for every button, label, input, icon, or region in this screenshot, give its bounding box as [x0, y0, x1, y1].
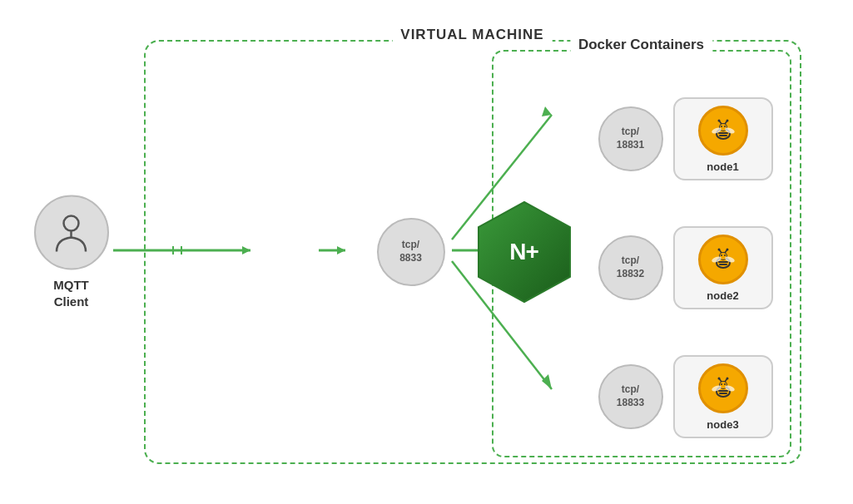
svg-point-36 — [721, 254, 722, 256]
svg-point-57 — [64, 215, 79, 230]
bee-svg-3 — [708, 373, 738, 403]
bee-svg-2 — [708, 245, 738, 274]
svg-point-41 — [726, 248, 728, 250]
svg-point-26 — [717, 119, 720, 121]
svg-rect-30 — [718, 261, 728, 263]
svg-point-23 — [724, 126, 726, 127]
tcp-18832-circle: tcp/18832 — [598, 235, 663, 300]
svg-point-54 — [717, 377, 720, 379]
node1-bee-icon — [698, 106, 748, 156]
node3-label: node3 — [707, 418, 738, 431]
node-row-3: tcp/18833 — [598, 355, 773, 438]
svg-rect-17 — [719, 135, 727, 136]
svg-rect-44 — [718, 390, 728, 392]
mqtt-client: MQTTClient — [34, 195, 109, 309]
node-row-1: tcp/18831 — [598, 97, 773, 180]
node3-card: node3 — [673, 355, 773, 438]
node2-label: node2 — [707, 289, 738, 302]
svg-point-50 — [721, 383, 722, 385]
person-icon-circle — [34, 195, 109, 270]
node2-card: node2 — [673, 226, 773, 309]
tcp-18831-circle: tcp/18831 — [598, 106, 663, 171]
svg-point-37 — [724, 254, 726, 256]
tcp-18832-text: tcp/18832 — [617, 254, 644, 280]
diagram-container: VIRTUAL MACHINE Docker Containers tcp/18… — [19, 15, 835, 489]
svg-rect-16 — [718, 132, 728, 134]
svg-point-22 — [721, 126, 722, 127]
node1-card: node1 — [673, 97, 773, 180]
node3-bee-icon — [698, 363, 748, 413]
tcp-8833-text: tcp/8833 — [399, 239, 422, 264]
person-icon-svg — [48, 210, 94, 255]
tcp-18833-circle: tcp/18833 — [598, 364, 663, 429]
svg-point-55 — [726, 377, 728, 379]
vm-label: VIRTUAL MACHINE — [392, 27, 552, 43]
mqtt-client-label: MQTTClient — [53, 277, 89, 309]
vm-box: VIRTUAL MACHINE Docker Containers tcp/18… — [144, 40, 801, 464]
svg-point-51 — [724, 383, 726, 385]
svg-point-40 — [717, 248, 720, 250]
svg-point-27 — [726, 119, 728, 121]
svg-rect-31 — [719, 264, 727, 265]
node2-bee-icon — [698, 235, 748, 284]
nginx-plus-hex: N+ — [470, 198, 578, 306]
nginx-plus-text: N+ — [509, 239, 538, 265]
node-row-2: tcp/18832 — [598, 226, 773, 309]
node1-label: node1 — [707, 161, 738, 173]
svg-rect-45 — [719, 393, 727, 394]
docker-label: Docker Containers — [570, 37, 712, 53]
tcp-18833-text: tcp/18833 — [617, 383, 644, 409]
tcp-18831-text: tcp/18831 — [617, 126, 644, 151]
bee-svg-1 — [708, 116, 738, 146]
hex-shape: N+ — [470, 198, 578, 306]
tcp-8833-circle: tcp/8833 — [377, 218, 445, 286]
